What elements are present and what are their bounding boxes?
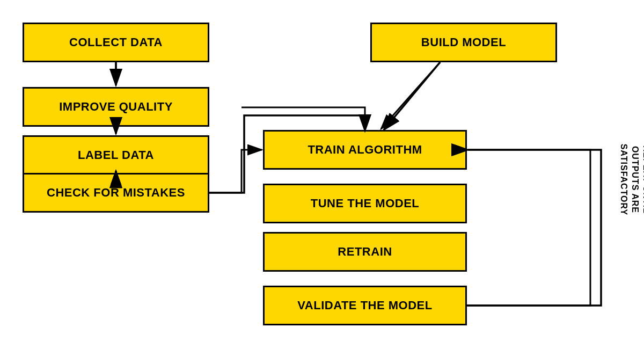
svg-line-12 xyxy=(384,62,440,130)
retrain-box: RETRAIN xyxy=(263,232,467,272)
tune-model-box: TUNE THE MODEL xyxy=(263,184,467,223)
check-mistakes-box: CHECK FOR MISTAKES xyxy=(23,173,209,213)
svg-line-5 xyxy=(381,62,440,129)
flowchart: COLLECT DATA IMPROVE QUALITY LABEL DATA … xyxy=(0,0,644,349)
label-data-box: LABEL DATA xyxy=(23,135,209,175)
train-algorithm-box: TRAIN ALGORITHM xyxy=(263,130,467,170)
repeat-text: REPEAT UNTILOUTPUTS ARESATISFACTORY xyxy=(618,144,644,216)
validate-model-box: VALIDATE THE MODEL xyxy=(263,286,467,325)
build-model-box: BUILD MODEL xyxy=(370,23,557,62)
improve-quality-box: IMPROVE QUALITY xyxy=(23,87,209,127)
collect-data-box: COLLECT DATA xyxy=(23,23,209,62)
